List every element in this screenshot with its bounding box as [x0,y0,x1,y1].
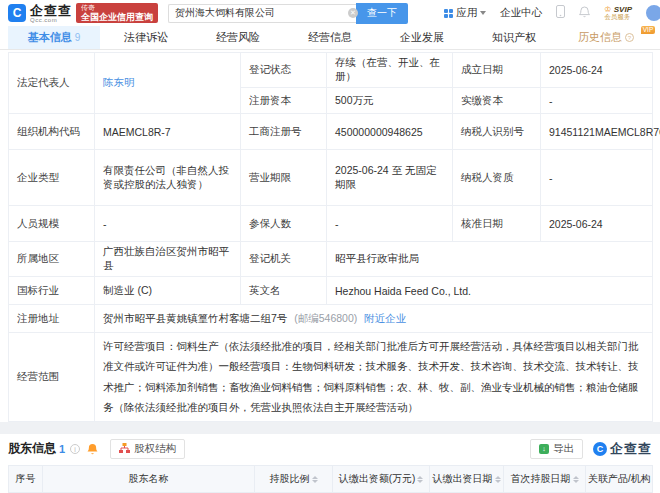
field-label: 注册资本 [241,88,327,114]
apps-menu[interactable]: 应用 [444,6,486,20]
reg-status-value: 存续（在营、开业、在册） [327,53,453,88]
org-chart-icon [119,443,130,454]
shareholders-table: 序号 股东名称 持股比例 认缴出资额(万元) 认缴出资日期 首次持股日期 关联产… [8,465,653,493]
col-shareholder-name: 股东名称 [43,465,255,492]
biz-term-value: 2025-06-24 至 无固定期限 [327,150,453,206]
apps-grid-icon [444,9,453,18]
search-clear-icon[interactable]: ✕ [348,8,358,18]
basic-info-table: 法定代表人 陈东明 登记状态 存续（在营、开业、在册） 成立日期 2025-06… [8,52,653,422]
section-divider [0,422,660,434]
qcc-logo-icon: C [8,4,26,22]
field-label: 登记状态 [241,53,327,88]
company-search-input[interactable] [168,4,356,23]
field-label: 组织机构代码 [9,114,95,150]
insured-value: - [327,206,453,242]
field-label: 纳税人识别号 [453,114,541,150]
qcc-logo-text: 企查查 [30,4,72,17]
tab-operation-info[interactable]: 经营信息 [284,26,376,49]
field-label: 注册地址 [9,305,95,333]
col-subscribed-date[interactable]: 认缴出资日期 [430,465,504,492]
field-label: 登记机关 [241,242,327,277]
company-detail-tabs: 基本信息 9 法律诉讼 经营风险 经营信息 企业发展 知识产权 VIP 历史信息… [0,26,660,50]
field-label: 经营范围 [9,333,95,422]
field-label: 实缴资本 [453,88,541,114]
reg-capital-value: 500万元 [327,88,453,114]
qcc-watermark-icon: C [593,442,607,456]
info-circle-icon[interactable]: i [70,444,80,454]
tab-legal-litigation[interactable]: 法律诉讼 [100,26,192,49]
shareholders-title: 股东信息 [8,440,56,457]
field-label: 纳税人资质 [453,150,541,206]
col-subscribed-amount[interactable]: 认缴出资额(万元) [333,465,430,492]
field-label: 所属地区 [9,242,95,277]
sort-icon [495,476,501,483]
mobile-app-icon[interactable] [556,4,565,22]
qcc-logo[interactable]: C 企查查 Qcc.com [8,4,72,23]
postcode: (邮编546800) [294,312,357,324]
field-label: 参保人数 [241,206,327,242]
qcc-watermark: C 企查查 [593,440,652,458]
legal-rep-value: 陈东明 [95,53,241,114]
svip-member-badge[interactable]: ♔ SVIP 会员服务 [604,6,632,21]
industry-value: 制造业 (C) [95,277,241,305]
reg-authority-value: 昭平县行政审批局 [327,242,653,277]
taxpayer-quality-value: - [541,150,653,206]
field-label: 英文名 [241,277,327,305]
top-header: C 企查查 Qcc.com 传奇 全国企业信用查询 ✕ 查一下 应用 企业中心 … [0,0,660,26]
info-circle-icon: ? [625,33,634,42]
tab-company-development[interactable]: 企业发展 [376,26,468,49]
establish-date-value: 2025-06-24 [541,53,653,88]
staff-size-value: - [95,206,241,242]
tab-intellectual-property[interactable]: 知识产权 [468,26,560,49]
english-name-value: Hezhou Haida Feed Co., Ltd. [327,277,653,305]
shareholders-section: 股东信息 1 i 股权结构 ↓ 导出 C 企查查 序号 股东名称 持股比例 认缴… [0,434,660,493]
chevron-down-icon [480,11,486,15]
field-label: 工商注册号 [241,114,327,150]
address-value: 贺州市昭平县黄姚镇篁竹村客塘二组7号 (邮编546800) 附近企业 [95,305,653,333]
shareholders-count: 1 [59,443,65,455]
field-label: 核准日期 [453,206,541,242]
col-first-holding-date[interactable]: 首次持股日期 [504,465,586,492]
user-avatar[interactable] [646,5,660,21]
approval-date-value: 2025-06-24 [541,206,653,242]
field-label: 人员规模 [9,206,95,242]
tab-count: 9 [75,32,81,43]
col-related-products: 关联产品/机构 [586,465,653,492]
org-code-value: MAEMCL8R-7 [95,114,241,150]
legal-rep-link[interactable]: 陈东明 [103,76,135,88]
export-icon: ↓ [539,444,549,454]
company-type-value: 有限责任公司（非自然人投资或控股的法人独资） [95,150,241,206]
field-label: 成立日期 [453,53,541,88]
sort-icon [573,476,579,483]
field-label: 法定代表人 [9,53,95,114]
field-label: 企业类型 [9,150,95,206]
paid-capital-value: - [541,88,653,114]
credit-query-badge: 传奇 全国企业信用查询 [76,3,158,23]
field-label: 国标行业 [9,277,95,305]
business-scope-value: 许可经营项目：饲料生产（依法须经批准的项目，经相关部门批准后方可开展经营活动，具… [95,333,653,422]
table-header-row: 序号 股东名称 持股比例 认缴出资额(万元) 认缴出资日期 首次持股日期 关联产… [9,465,653,492]
sort-icon [312,476,318,483]
field-label: 营业期限 [241,150,327,206]
search-button[interactable]: 查一下 [356,3,408,24]
tab-history-info[interactable]: VIP 历史信息 ? [560,26,652,49]
nearby-companies-link[interactable]: 附近企业 [364,312,406,324]
taxpayer-id-value: 91451121MAEMCL8R7C [541,114,653,150]
biz-reg-no-value: 450000000948625 [327,114,453,150]
col-share-ratio[interactable]: 持股比例 [255,465,333,492]
vip-badge: VIP [641,26,655,34]
equity-structure-button[interactable]: 股权结构 [110,439,185,459]
tab-basic-info[interactable]: 基本信息 9 [8,26,100,49]
col-index: 序号 [9,465,43,492]
region-value: 广西壮族自治区贺州市昭平县 [95,242,241,277]
enterprise-center-link[interactable]: 企业中心 [500,6,542,20]
tab-operation-risk[interactable]: 经营风险 [192,26,284,49]
export-button[interactable]: ↓ 导出 [530,439,583,459]
monitor-bell-icon[interactable] [87,443,98,455]
notification-bell-icon[interactable] [579,4,590,22]
sort-icon [417,476,423,483]
